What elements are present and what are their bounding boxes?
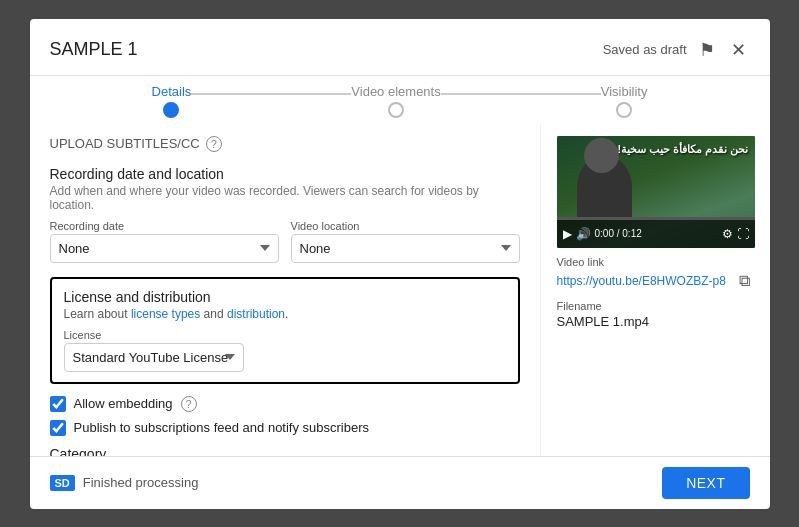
- step-details-label: Details: [152, 84, 192, 99]
- video-link-url[interactable]: https://youtu.be/E8HWOZBZ-p8: [557, 274, 726, 288]
- step-visibility[interactable]: Visibility: [601, 84, 648, 118]
- close-icon: ✕: [731, 39, 746, 61]
- license-types-link[interactable]: license types: [131, 307, 200, 321]
- person-head: [584, 138, 619, 173]
- video-location-select[interactable]: None: [291, 234, 520, 263]
- step-visibility-label: Visibility: [601, 84, 648, 99]
- license-desc-after: .: [285, 307, 288, 321]
- upload-subtitles-help-icon[interactable]: ?: [206, 136, 222, 152]
- allow-embedding-help-icon[interactable]: ?: [181, 396, 197, 412]
- recording-inputs: Recording date None Video location None: [50, 220, 520, 263]
- allow-embedding-checkbox[interactable]: [50, 396, 66, 412]
- license-section-desc: Learn about license types and distributi…: [64, 307, 506, 321]
- license-select-label: License: [64, 329, 506, 341]
- close-button[interactable]: ✕: [727, 35, 750, 65]
- publish-feed-checkbox[interactable]: [50, 420, 66, 436]
- distribution-link[interactable]: distribution: [227, 307, 285, 321]
- flag-button[interactable]: ⚑: [695, 35, 719, 65]
- steps-bar: Details Video elements Visibility: [30, 76, 770, 124]
- license-select[interactable]: Standard YouTube License: [64, 343, 244, 372]
- modal-header-right: Saved as draft ⚑ ✕: [603, 35, 750, 65]
- sd-badge: SD: [50, 475, 75, 491]
- license-desc-middle: and: [200, 307, 227, 321]
- step-video-elements[interactable]: Video elements: [351, 84, 440, 118]
- next-button[interactable]: NEXT: [662, 467, 749, 499]
- publish-feed-label: Publish to subscriptions feed and notify…: [74, 420, 370, 435]
- modal-footer: SD Finished processing NEXT: [30, 456, 770, 509]
- filename-title: Filename: [557, 300, 754, 312]
- filename-value: SAMPLE 1.mp4: [557, 314, 754, 329]
- modal: SAMPLE 1 Saved as draft ⚑ ✕ Details Vide…: [30, 19, 770, 509]
- fullscreen-button[interactable]: ⛶: [737, 227, 749, 241]
- step-video-elements-circle: [388, 102, 404, 118]
- video-link-title: Video link: [557, 256, 754, 268]
- filename-section: Filename SAMPLE 1.mp4: [557, 300, 754, 329]
- volume-icon: 🔊: [576, 227, 591, 241]
- license-select-wrapper: License Standard YouTube License: [64, 329, 506, 372]
- fullscreen-icon: ⛶: [737, 227, 749, 241]
- footer-left: SD Finished processing: [50, 475, 199, 491]
- recording-section-title: Recording date and location: [50, 166, 520, 182]
- publish-feed-row: Publish to subscriptions feed and notify…: [50, 420, 520, 436]
- processing-text: Finished processing: [83, 475, 199, 490]
- video-location-group: Video location None: [291, 220, 520, 263]
- modal-header: SAMPLE 1 Saved as draft ⚑ ✕: [30, 19, 770, 76]
- video-location-label: Video location: [291, 220, 520, 232]
- category-title: Category: [50, 446, 520, 456]
- video-controls: ▶ 🔊 0:00 / 0:12 ⚙ ⛶: [557, 220, 755, 248]
- modal-left-panel: UPLOAD SUBTITLES/CC ? Recording date and…: [30, 124, 540, 456]
- license-section: License and distribution Learn about lic…: [50, 277, 520, 384]
- copy-icon: ⧉: [739, 272, 750, 289]
- recording-section-desc: Add when and where your video was record…: [50, 184, 520, 212]
- time-display: 0:00 / 0:12: [595, 228, 642, 239]
- recording-date-label: Recording date: [50, 220, 279, 232]
- license-section-title: License and distribution: [64, 289, 506, 305]
- allow-embedding-row: Allow embedding ?: [50, 396, 520, 412]
- settings-icon: ⚙: [722, 227, 733, 241]
- video-link-row: https://youtu.be/E8HWOZBZ-p8 ⧉: [557, 270, 754, 292]
- upload-subtitles-row: UPLOAD SUBTITLES/CC ?: [50, 136, 520, 152]
- play-button[interactable]: ▶: [563, 227, 572, 241]
- step-details-circle: [163, 102, 179, 118]
- copy-link-button[interactable]: ⧉: [735, 270, 754, 292]
- license-desc-before: Learn about: [64, 307, 131, 321]
- step-connector-1: [191, 93, 351, 95]
- volume-button[interactable]: 🔊: [576, 227, 591, 241]
- video-preview: نحن نقدم مكافأة حيب سخية! ▶ 🔊: [557, 136, 755, 248]
- step-details[interactable]: Details: [152, 84, 192, 118]
- modal-overlay: SAMPLE 1 Saved as draft ⚑ ✕ Details Vide…: [0, 0, 799, 527]
- step-visibility-circle: [616, 102, 632, 118]
- category-section: Category Add your video to a category so…: [50, 446, 520, 456]
- video-link-section: Video link https://youtu.be/E8HWOZBZ-p8 …: [557, 256, 754, 292]
- recording-date-group: Recording date None: [50, 220, 279, 263]
- modal-title: SAMPLE 1: [50, 39, 138, 60]
- modal-body: UPLOAD SUBTITLES/CC ? Recording date and…: [30, 124, 770, 456]
- step-connector-2: [441, 93, 601, 95]
- video-overlay-text: نحن نقدم مكافأة حيب سخية!: [618, 142, 749, 157]
- recording-section: Recording date and location Add when and…: [50, 166, 520, 263]
- modal-right-panel: نحن نقدم مكافأة حيب سخية! ▶ 🔊: [540, 124, 770, 456]
- flag-icon: ⚑: [699, 39, 715, 61]
- upload-subtitles-text: UPLOAD SUBTITLES/CC: [50, 136, 200, 151]
- recording-date-select[interactable]: None: [50, 234, 279, 263]
- step-video-elements-label: Video elements: [351, 84, 440, 99]
- play-icon: ▶: [563, 227, 572, 241]
- settings-button[interactable]: ⚙: [722, 227, 733, 241]
- saved-as-draft-text: Saved as draft: [603, 42, 687, 57]
- allow-embedding-label: Allow embedding: [74, 396, 173, 411]
